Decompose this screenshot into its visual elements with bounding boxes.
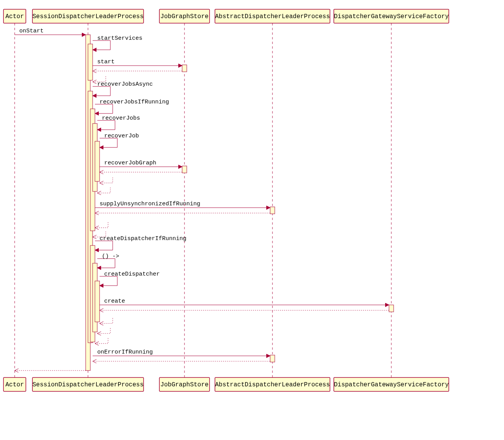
participant-label: AbstractDispatcherLeaderProcess — [215, 13, 330, 20]
participant-label: SessionDispatcherLeaderProcess — [32, 381, 144, 388]
participant-label: JobGraphStore — [161, 381, 209, 388]
message-label: () -> — [102, 253, 119, 260]
self-message — [97, 259, 115, 268]
message-label: recoverJobsAsync — [97, 81, 153, 88]
participant-label: AbstractDispatcherLeaderProcess — [215, 381, 330, 388]
self-return — [100, 178, 113, 183]
activation — [270, 207, 275, 214]
message-label: recoverJobsIfRunning — [100, 99, 169, 105]
message-label: supplyUnsynchronizedIfRunning — [100, 201, 200, 207]
self-message — [95, 104, 113, 113]
participant-actor: Actor — [3, 9, 26, 23]
message-label: recoverJob — [104, 133, 139, 139]
message-label: onStart — [19, 28, 44, 34]
activation — [270, 355, 275, 362]
message-label: createDispatcher — [104, 271, 160, 278]
self-return — [95, 222, 108, 228]
self-message — [95, 241, 113, 250]
self-message — [93, 41, 110, 50]
activation — [95, 281, 100, 322]
message-label: create — [104, 298, 125, 305]
self-message — [100, 138, 117, 147]
activation — [182, 166, 187, 173]
message-label: start — [97, 59, 115, 65]
participant-adlp: AbstractDispatcherLeaderProcess — [215, 377, 330, 391]
participant-label: SessionDispatcherLeaderProcess — [32, 13, 144, 20]
participant-jgs: JobGraphStore — [159, 377, 210, 391]
self-return — [100, 318, 113, 323]
participant-sdlp: SessionDispatcherLeaderProcess — [32, 377, 144, 391]
participant-label: Actor — [5, 381, 24, 388]
message-label: recoverJobs — [102, 115, 140, 122]
self-return — [97, 188, 110, 193]
self-return — [95, 338, 108, 344]
participant-label: DispatcherGatewayServiceFactory — [334, 13, 449, 20]
sequence-diagram: ActorActorSessionDispatcherLeaderProcess… — [0, 0, 504, 440]
participant-label: DispatcherGatewayServiceFactory — [334, 381, 449, 388]
activation — [389, 305, 394, 312]
participant-label: JobGraphStore — [161, 13, 209, 20]
message-label: createDispatcherIfRunning — [100, 235, 186, 242]
participant-actor: Actor — [3, 377, 26, 391]
activation — [95, 141, 100, 181]
participant-sdlp: SessionDispatcherLeaderProcess — [32, 9, 144, 23]
self-message — [97, 120, 115, 130]
message-label: onErrorIfRunning — [97, 349, 153, 355]
activation — [88, 44, 93, 80]
self-return — [97, 328, 110, 333]
message-label: startServices — [97, 35, 142, 42]
participant-adlp: AbstractDispatcherLeaderProcess — [215, 9, 330, 23]
self-message — [100, 276, 117, 286]
participant-label: Actor — [5, 13, 24, 20]
participant-dgsf: DispatcherGatewayServiceFactory — [334, 9, 449, 23]
self-message — [93, 86, 110, 96]
participant-jgs: JobGraphStore — [159, 9, 210, 23]
participant-dgsf: DispatcherGatewayServiceFactory — [334, 377, 449, 391]
activation — [182, 65, 187, 72]
message-label: recoverJobGraph — [104, 160, 156, 166]
